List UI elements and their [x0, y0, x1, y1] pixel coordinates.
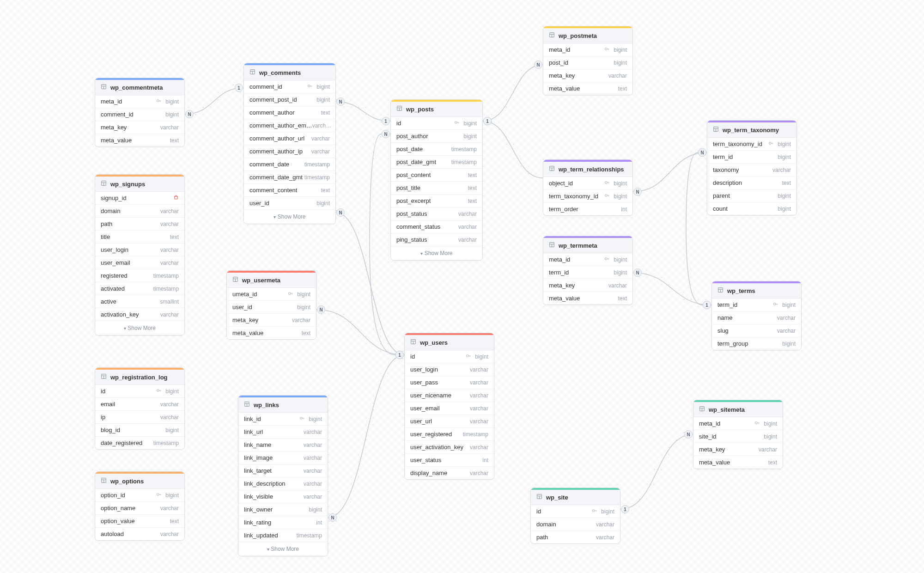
column-row[interactable]: user_idbigint: [244, 197, 335, 210]
column-row[interactable]: activesmallint: [95, 295, 184, 308]
table-wp_commentmeta[interactable]: wp_commentmetameta_idbigintcomment_idbig…: [95, 78, 185, 147]
column-row[interactable]: post_titletext: [391, 182, 482, 195]
column-row[interactable]: option_idbigint: [95, 489, 184, 502]
column-row[interactable]: link_descriptionvarchar: [238, 477, 328, 490]
column-row[interactable]: meta_keyvarchar: [95, 121, 184, 134]
table-header[interactable]: wp_site: [531, 490, 620, 505]
column-row[interactable]: idbigint: [405, 350, 494, 363]
column-row[interactable]: link_urlvarchar: [238, 426, 328, 439]
table-header[interactable]: wp_users: [405, 335, 494, 350]
column-row[interactable]: user_loginvarchar: [95, 244, 184, 256]
table-wp_termmeta[interactable]: wp_termmetameta_idbigintterm_idbigintmet…: [543, 236, 633, 305]
show-more-button[interactable]: ▾ Show More: [238, 542, 328, 556]
column-row[interactable]: link_ratingint: [238, 516, 328, 529]
column-row[interactable]: term_groupbigint: [712, 337, 801, 350]
column-row[interactable]: comment_contenttext: [244, 184, 335, 197]
column-row[interactable]: blog_idbigint: [95, 424, 184, 437]
column-row[interactable]: titletext: [95, 231, 184, 244]
table-wp_registration_log[interactable]: wp_registration_logidbigintemailvarchari…: [95, 367, 185, 450]
show-more-button[interactable]: ▾ Show More: [391, 246, 482, 260]
column-row[interactable]: user_emailvarchar: [405, 402, 494, 415]
column-row[interactable]: meta_keyvarchar: [693, 443, 783, 456]
column-row[interactable]: comment_date_gmttimestamp: [244, 171, 335, 184]
column-row[interactable]: comment_post_idbigint: [244, 93, 335, 106]
column-row[interactable]: meta_valuetext: [227, 327, 316, 339]
table-wp_sitemeta[interactable]: wp_sitemetameta_idbigintsite_idbigintmet…: [693, 400, 783, 469]
column-row[interactable]: namevarchar: [712, 311, 801, 324]
column-row[interactable]: object_idbigint: [543, 177, 632, 190]
column-row[interactable]: post_contenttext: [391, 169, 482, 182]
column-row[interactable]: user_passvarchar: [405, 376, 494, 389]
column-row[interactable]: umeta_idbigint: [227, 288, 316, 301]
column-row[interactable]: option_valuetext: [95, 515, 184, 528]
table-header[interactable]: wp_posts: [391, 102, 482, 117]
table-header[interactable]: wp_usermeta: [227, 273, 316, 288]
column-row[interactable]: emailvarchar: [95, 398, 184, 411]
column-row[interactable]: idbigint: [95, 385, 184, 398]
column-row[interactable]: comment_author_ipvarchar: [244, 145, 335, 158]
column-row[interactable]: meta_keyvarchar: [543, 279, 632, 292]
column-row[interactable]: domainvarchar: [95, 205, 184, 218]
column-row[interactable]: post_idbigint: [543, 56, 632, 69]
column-row[interactable]: comment_datetimestamp: [244, 158, 335, 171]
table-header[interactable]: wp_terms: [712, 283, 801, 299]
column-row[interactable]: term_taxonomy_idbigint: [707, 138, 796, 151]
table-wp_links[interactable]: wp_linkslink_idbigintlink_urlvarcharlink…: [238, 395, 328, 556]
column-row[interactable]: term_idbigint: [543, 266, 632, 279]
table-wp_site[interactable]: wp_siteidbigintdomainvarcharpathvarchar: [530, 488, 620, 544]
column-row[interactable]: link_updatedtimestamp: [238, 529, 328, 542]
column-row[interactable]: signup_id: [95, 192, 184, 205]
column-row[interactable]: comment_author_urlvarchar: [244, 132, 335, 145]
column-row[interactable]: comment_idbigint: [95, 108, 184, 121]
table-header[interactable]: wp_registration_log: [95, 370, 184, 385]
column-row[interactable]: domainvarchar: [531, 518, 620, 531]
column-row[interactable]: site_idbigint: [693, 430, 783, 443]
column-row[interactable]: date_registeredtimestamp: [95, 437, 184, 449]
column-row[interactable]: meta_idbigint: [543, 253, 632, 266]
column-row[interactable]: post_excerpttext: [391, 195, 482, 207]
column-row[interactable]: meta_keyvarchar: [227, 314, 316, 327]
column-row[interactable]: activatedtimestamp: [95, 282, 184, 295]
column-row[interactable]: term_taxonomy_idbigint: [543, 190, 632, 203]
column-row[interactable]: countbigint: [707, 202, 796, 215]
column-row[interactable]: parentbigint: [707, 189, 796, 202]
column-row[interactable]: meta_valuetext: [693, 456, 783, 469]
table-header[interactable]: wp_term_relationships: [543, 162, 632, 177]
column-row[interactable]: user_registeredtimestamp: [405, 428, 494, 441]
table-wp_terms[interactable]: wp_termsterm_idbigintnamevarcharslugvarc…: [711, 281, 802, 350]
table-wp_postmeta[interactable]: wp_postmetameta_idbigintpost_idbigintmet…: [543, 26, 633, 95]
column-row[interactable]: idbigint: [531, 505, 620, 518]
column-row[interactable]: link_visiblevarchar: [238, 490, 328, 503]
column-row[interactable]: link_ownerbigint: [238, 503, 328, 516]
table-header[interactable]: wp_commentmeta: [95, 80, 184, 95]
column-row[interactable]: term_orderint: [543, 203, 632, 215]
table-wp_signups[interactable]: wp_signupssignup_iddomainvarcharpathvarc…: [95, 174, 185, 335]
column-row[interactable]: comment_statusvarchar: [391, 220, 482, 233]
column-row[interactable]: pathvarchar: [95, 218, 184, 231]
column-row[interactable]: user_urlvarchar: [405, 415, 494, 428]
column-row[interactable]: meta_idbigint: [95, 95, 184, 108]
column-row[interactable]: pathvarchar: [531, 531, 620, 543]
table-wp_users[interactable]: wp_usersidbigintuser_loginvarcharuser_pa…: [404, 333, 494, 480]
column-row[interactable]: user_idbigint: [227, 301, 316, 314]
column-row[interactable]: display_namevarchar: [405, 467, 494, 479]
show-more-button[interactable]: ▾ Show More: [244, 210, 335, 224]
column-row[interactable]: link_idbigint: [238, 413, 328, 426]
column-row[interactable]: term_idbigint: [707, 151, 796, 164]
column-row[interactable]: user_loginvarchar: [405, 363, 494, 376]
table-header[interactable]: wp_signups: [95, 177, 184, 192]
show-more-button[interactable]: ▾ Show More: [95, 321, 184, 335]
column-row[interactable]: comment_authortext: [244, 106, 335, 119]
table-wp_comments[interactable]: wp_commentscomment_idbigintcomment_post_…: [243, 63, 336, 224]
table-wp_term_relationships[interactable]: wp_term_relationshipsobject_idbigintterm…: [543, 159, 633, 216]
column-row[interactable]: post_authorbigint: [391, 130, 482, 143]
column-row[interactable]: option_namevarchar: [95, 502, 184, 515]
erd-canvas[interactable]: { "ui": { "show_more": "Show More" }, "b…: [0, 0, 924, 573]
trash-icon[interactable]: [173, 195, 179, 201]
table-header[interactable]: wp_term_taxonomy: [707, 122, 796, 138]
table-header[interactable]: wp_links: [238, 397, 328, 413]
column-row[interactable]: meta_idbigint: [543, 43, 632, 56]
table-wp_term_taxonomy[interactable]: wp_term_taxonomyterm_taxonomy_idbigintte…: [707, 120, 797, 215]
column-row[interactable]: activation_keyvarchar: [95, 308, 184, 321]
table-wp_posts[interactable]: wp_postsidbigintpost_authorbigintpost_da…: [390, 99, 483, 261]
